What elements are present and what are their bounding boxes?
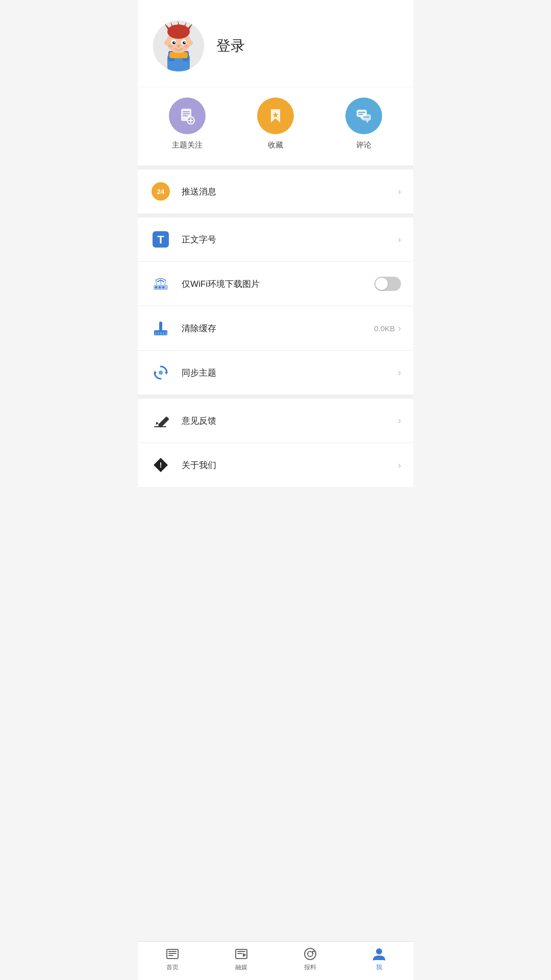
about-us-label: 关于我们: [182, 459, 398, 471]
svg-point-15: [183, 41, 186, 44]
clear-cache-chevron: ›: [398, 323, 401, 334]
svg-marker-53: [165, 371, 167, 375]
comments-icon-circle: [345, 97, 382, 134]
menu-section-2: T 正文字号 › 仅WiFi环境下载图片: [138, 217, 413, 395]
bottom-spacer: [138, 487, 413, 528]
svg-rect-47: [155, 332, 157, 335]
svg-rect-48: [158, 332, 159, 335]
avatar[interactable]: [153, 20, 204, 71]
clear-cache-icon: [150, 317, 171, 339]
feedback-chevron: ›: [398, 415, 401, 426]
svg-point-21: [164, 40, 168, 45]
font-size-right: ›: [398, 234, 401, 245]
menu-item-push-messages[interactable]: 24 推送消息 ›: [138, 169, 413, 213]
about-us-right: ›: [398, 460, 401, 471]
comments-label: 评论: [356, 140, 371, 150]
wifi-only-toggle[interactable]: [374, 277, 401, 291]
quick-actions-section: 主题关注 收藏 评论: [138, 87, 413, 165]
sync-theme-icon: [150, 362, 171, 383]
svg-rect-41: [159, 286, 161, 288]
svg-rect-31: [358, 112, 365, 113]
menu-section-3: 意见反馈 › ! 关于我们 ›: [138, 399, 413, 487]
svg-point-17: [184, 42, 185, 43]
menu-item-wifi-only[interactable]: 仅WiFi环境下载图片: [138, 262, 413, 306]
favorites-icon-circle: [257, 97, 294, 134]
section-divider-1: [138, 165, 413, 169]
sync-theme-right: ›: [398, 368, 401, 378]
push-badge: 24: [152, 182, 170, 201]
svg-rect-52: [159, 322, 162, 331]
sync-theme-chevron: ›: [398, 368, 401, 378]
svg-text:T: T: [157, 233, 164, 246]
svg-rect-35: [363, 116, 369, 117]
theme-follow-label: 主题关注: [172, 140, 203, 150]
menu-item-font-size[interactable]: T 正文字号 ›: [138, 217, 413, 262]
sync-theme-label: 同步主题: [182, 367, 398, 379]
svg-rect-50: [163, 332, 164, 335]
section-gap-1: [138, 213, 413, 217]
quick-action-comments[interactable]: 评论: [345, 97, 382, 150]
menu-item-clear-cache[interactable]: 清除缓存 0.0KB ›: [138, 306, 413, 351]
font-size-label: 正文字号: [182, 234, 398, 246]
menu-item-sync-theme[interactable]: 同步主题 ›: [138, 351, 413, 395]
favorites-label: 收藏: [268, 140, 283, 150]
clear-cache-size: 0.0KB: [374, 324, 395, 333]
wifi-only-label: 仅WiFi环境下载图片: [182, 278, 374, 290]
svg-point-16: [174, 42, 175, 43]
svg-rect-26: [183, 115, 188, 116]
svg-point-55: [159, 371, 163, 375]
font-size-chevron: ›: [398, 234, 401, 245]
menu-item-feedback[interactable]: 意见反馈 ›: [138, 399, 413, 443]
svg-rect-49: [160, 332, 162, 335]
quick-action-favorites[interactable]: 收藏: [257, 97, 294, 150]
svg-marker-57: [156, 422, 159, 425]
svg-rect-42: [162, 286, 164, 288]
push-messages-right: ›: [398, 186, 401, 197]
quick-action-theme-follow[interactable]: 主题关注: [169, 97, 206, 150]
wifi-only-right: [374, 277, 401, 291]
svg-point-14: [172, 41, 176, 44]
feedback-icon: [150, 410, 171, 431]
push-messages-chevron: ›: [398, 186, 401, 197]
section-gap-2: [138, 395, 413, 399]
svg-point-22: [189, 40, 193, 45]
push-messages-label: 推送消息: [182, 186, 398, 198]
svg-marker-54: [155, 371, 157, 375]
svg-rect-40: [155, 286, 157, 288]
feedback-label: 意见反馈: [182, 415, 398, 427]
svg-text:!: !: [160, 461, 162, 469]
about-us-icon: !: [150, 454, 171, 476]
svg-marker-36: [366, 120, 369, 123]
profile-section[interactable]: 登录: [138, 0, 413, 87]
svg-rect-32: [358, 114, 363, 115]
svg-rect-25: [183, 113, 190, 114]
svg-rect-56: [158, 416, 169, 428]
clear-cache-label: 清除缓存: [182, 323, 374, 334]
svg-rect-24: [183, 111, 190, 112]
svg-point-20: [178, 45, 180, 47]
theme-follow-icon-circle: [169, 97, 206, 134]
about-us-chevron: ›: [398, 460, 401, 471]
clear-cache-right: 0.0KB ›: [374, 323, 401, 334]
push-messages-icon: 24: [150, 181, 171, 202]
menu-section-1: 24 推送消息 ›: [138, 169, 413, 213]
svg-point-18: [168, 44, 173, 47]
font-size-icon: T: [150, 229, 171, 250]
login-button[interactable]: 登录: [216, 36, 245, 56]
feedback-right: ›: [398, 415, 401, 426]
svg-point-19: [184, 44, 189, 47]
wifi-icon: [150, 273, 171, 295]
menu-item-about-us[interactable]: ! 关于我们 ›: [138, 443, 413, 487]
svg-rect-51: [165, 332, 167, 335]
